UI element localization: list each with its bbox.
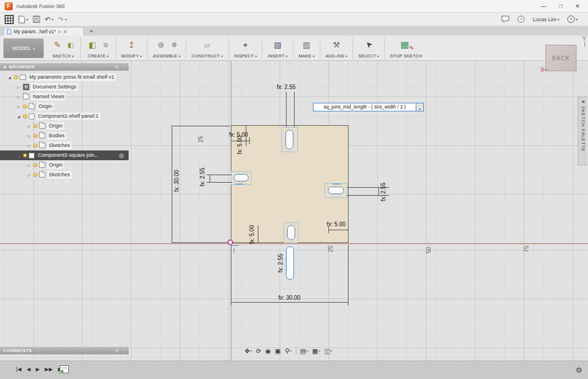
browser-item-root[interactable]: ◢ My parametric press fit small shelf v1 bbox=[0, 72, 129, 82]
dimension-bottom-left-v[interactable]: fx: 5.00 bbox=[249, 225, 255, 244]
zoom-button[interactable]: ⚲▾ bbox=[285, 347, 292, 355]
dimension-top-left-v[interactable]: fx: 5.00 bbox=[237, 136, 243, 154]
slot-bottom[interactable] bbox=[287, 225, 295, 240]
group-label[interactable]: INSPECT bbox=[234, 53, 254, 59]
group-label[interactable]: SELECT bbox=[358, 53, 376, 59]
stop-sketch-label[interactable]: STOP SKETCH bbox=[390, 53, 422, 59]
group-label[interactable]: INSERT bbox=[268, 53, 284, 59]
dimension-width[interactable]: fx: 30.00 bbox=[270, 295, 309, 301]
document-tab[interactable]: My param...helf v1* ✕ bbox=[3, 27, 84, 36]
sketch-palette-tab[interactable]: ◀ SKETCH PALETTE bbox=[578, 96, 587, 165]
panel-menu-icon[interactable]: ⋮ bbox=[121, 64, 126, 69]
browser-item-bodies[interactable]: ▷ Bodies bbox=[0, 131, 129, 141]
expand-arrow-icon[interactable]: ▷ bbox=[16, 85, 21, 89]
visibility-bulb-icon[interactable] bbox=[33, 163, 37, 167]
visibility-bulb-icon[interactable] bbox=[33, 144, 37, 148]
display-settings-button[interactable]: ▤▾ bbox=[300, 347, 308, 355]
joint-icon[interactable]: ⚙ bbox=[169, 40, 179, 49]
view-cube[interactable]: Y BACK X bbox=[542, 37, 588, 77]
browser-item-origin[interactable]: ▷ Origin bbox=[0, 102, 129, 111]
slot-left[interactable] bbox=[234, 174, 249, 181]
user-menu[interactable]: Lucas Lim ▾ bbox=[533, 17, 559, 22]
new-component-icon[interactable]: ⊚ bbox=[154, 38, 167, 51]
group-label[interactable]: ASSEMBLE bbox=[153, 53, 177, 59]
redo-button[interactable]: ↷ ▾ bbox=[58, 16, 67, 23]
panel-filter-icon[interactable]: ⊙ bbox=[115, 64, 119, 69]
make-3d-print-icon[interactable]: ▥ bbox=[300, 38, 313, 51]
expand-arrow-icon[interactable]: ▷ bbox=[26, 163, 32, 167]
create-sketch-icon[interactable]: ✎ bbox=[51, 38, 64, 51]
zoom-window-button[interactable]: ▣ bbox=[275, 347, 281, 355]
dimension-slot-bottom[interactable]: fx: 2.55 bbox=[277, 254, 284, 273]
visibility-bulb-icon[interactable] bbox=[14, 75, 18, 79]
visibility-bulb-icon[interactable] bbox=[33, 173, 37, 177]
slot-top[interactable] bbox=[285, 130, 293, 149]
group-label[interactable]: SKETCH bbox=[52, 53, 71, 59]
dimension-bottom-right-h[interactable]: fx: 5.00 bbox=[327, 221, 346, 227]
job-status-button[interactable] bbox=[517, 16, 525, 23]
viewports-button[interactable]: ◫▾ bbox=[324, 347, 332, 355]
expand-arrow-icon[interactable]: ▷ bbox=[26, 134, 32, 138]
origin-point[interactable] bbox=[227, 239, 233, 245]
dimension-slot-left[interactable]: fx: 2.55 bbox=[199, 168, 206, 187]
new-tab-button[interactable]: + bbox=[87, 27, 95, 35]
tab-close-button[interactable]: ✕ bbox=[63, 29, 67, 34]
maximize-button[interactable]: □ bbox=[559, 3, 563, 9]
stop-sketch-icon[interactable]: ▦ ✎ bbox=[399, 38, 413, 51]
select-cursor-icon[interactable]: ➤ bbox=[360, 36, 378, 53]
activate-component-icon[interactable]: ◎ bbox=[119, 152, 124, 158]
group-label[interactable]: MODIFY bbox=[121, 53, 139, 59]
fast-forward-button[interactable]: ▶▶ bbox=[45, 366, 53, 372]
help-menu[interactable]: ? ▾ bbox=[567, 16, 578, 23]
save-button[interactable] bbox=[33, 16, 40, 23]
expand-arrow-icon[interactable]: ◢ bbox=[16, 153, 21, 157]
grid-settings-button[interactable]: ▦▾ bbox=[312, 347, 320, 355]
visibility-bulb-icon[interactable] bbox=[23, 105, 27, 109]
create-form-icon[interactable]: ◧ bbox=[86, 38, 99, 51]
browser-item-origin[interactable]: ▷ Origin bbox=[0, 160, 129, 170]
timeline-marker-icon[interactable] bbox=[60, 365, 69, 376]
group-label[interactable]: ADD-INS bbox=[326, 53, 345, 59]
workspace-switcher[interactable]: MODEL ▾ bbox=[3, 38, 44, 58]
sketch-canvas[interactable]: fx: 2.55 fx: 5.00 fx: 5.00 25 fx: 30.00 … bbox=[0, 61, 588, 361]
group-label[interactable]: MAKE bbox=[299, 53, 311, 59]
insert-icon[interactable]: ▧ bbox=[272, 38, 284, 51]
slot-right[interactable] bbox=[328, 187, 344, 194]
file-menu-button[interactable]: ▾ bbox=[18, 16, 28, 24]
visibility-bulb-icon[interactable] bbox=[33, 134, 37, 138]
browser-item-component2[interactable]: ◢ Component2-square join... ◎ bbox=[0, 150, 129, 160]
browser-item-document-settings[interactable]: ▷ ⚙ Document Settings bbox=[0, 82, 129, 92]
create-primitive-icon[interactable]: ⊚ bbox=[101, 40, 110, 49]
scripts-addins-icon[interactable]: ⚒ bbox=[330, 38, 343, 51]
expand-arrow-icon[interactable]: ▷ bbox=[16, 95, 21, 99]
dimension-slot-top[interactable]: fx: 2.55 bbox=[277, 84, 296, 90]
collapse-panel-icon[interactable]: ◀ bbox=[3, 65, 6, 69]
play-button[interactable]: ▶ bbox=[36, 366, 40, 372]
undo-button[interactable]: ↶ ▾ bbox=[45, 16, 53, 23]
expression-dropdown-button[interactable]: ▾ bbox=[416, 103, 424, 111]
expand-arrow-icon[interactable]: ▷ bbox=[16, 105, 21, 109]
close-button[interactable]: ✕ bbox=[575, 3, 580, 9]
browser-header[interactable]: ◀ BROWSER ⊙ ⋮ bbox=[0, 63, 129, 71]
browser-item-sketches[interactable]: ▷ Sketches bbox=[0, 141, 129, 150]
browser-item-named-views[interactable]: ▷ Named Views bbox=[0, 92, 129, 102]
group-label[interactable]: CONSTRUCT bbox=[191, 53, 220, 59]
comments-header[interactable]: COMMENTS ⊙ ⋮ bbox=[0, 347, 129, 354]
browser-item-sketches[interactable]: ▷ Sketches bbox=[0, 170, 129, 180]
pan-button[interactable]: ✥▾ bbox=[245, 347, 252, 355]
dimension-expression-input[interactable]: sq_joint_mid_length - ( slot_width / 2 ) bbox=[313, 103, 416, 111]
comments-button[interactable] bbox=[501, 16, 509, 23]
step-back-button[interactable]: ◀ bbox=[26, 366, 30, 372]
expand-arrow-icon[interactable]: ▷ bbox=[26, 173, 32, 177]
browser-item-origin[interactable]: ▷ Origin bbox=[0, 121, 129, 131]
app-grid-button[interactable] bbox=[5, 15, 14, 24]
sketch-tool-icon[interactable]: ◧ bbox=[66, 40, 75, 49]
expand-panel-icon[interactable]: ◀ bbox=[581, 99, 584, 104]
measure-icon[interactable]: ⌖ bbox=[239, 38, 252, 51]
visibility-bulb-icon[interactable] bbox=[33, 124, 37, 128]
dimension-slot-right[interactable]: fx: 2.55 bbox=[380, 183, 386, 202]
expand-arrow-icon[interactable]: ▷ bbox=[26, 144, 32, 148]
expand-arrow-icon[interactable]: ▷ bbox=[26, 124, 32, 128]
visibility-bulb-icon[interactable] bbox=[23, 153, 27, 157]
panel-menu-icon[interactable]: ⋮ bbox=[121, 348, 126, 353]
